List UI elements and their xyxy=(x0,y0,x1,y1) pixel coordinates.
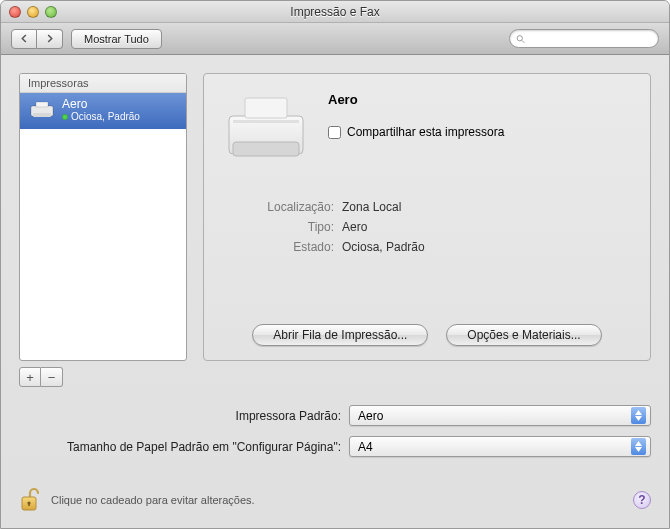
nav-segment xyxy=(11,29,63,49)
help-button[interactable]: ? xyxy=(633,491,651,509)
printer-illustration xyxy=(222,88,310,168)
popup-arrows-icon xyxy=(631,407,646,424)
printers-list: Impressoras Aero Ociosa, Padrão xyxy=(19,73,187,361)
defaults-section: Impressora Padrão: Aero Tamanho de Papel… xyxy=(19,405,651,457)
sidebar-column: Impressoras Aero Ociosa, Padrão xyxy=(19,73,187,387)
search-field[interactable] xyxy=(509,29,659,48)
meta-type-key: Tipo: xyxy=(234,220,334,234)
default-printer-label: Impressora Padrão: xyxy=(19,409,349,423)
show-all-button[interactable]: Mostrar Tudo xyxy=(71,29,162,49)
options-supplies-button[interactable]: Opções e Materiais... xyxy=(446,324,601,346)
meta-location-value: Zona Local xyxy=(342,200,401,214)
content-area: Impressoras Aero Ociosa, Padrão xyxy=(1,55,669,528)
zoom-icon[interactable] xyxy=(45,6,57,18)
printer-row-aero[interactable]: Aero Ociosa, Padrão xyxy=(20,93,186,129)
share-printer-label: Compartilhar esta impressora xyxy=(347,125,504,139)
popup-arrows-icon xyxy=(631,438,646,455)
svg-rect-11 xyxy=(28,503,30,506)
lock-hint-text: Clique no cadeado para evitar alterações… xyxy=(51,494,255,506)
meta-state-key: Estado: xyxy=(234,240,334,254)
svg-rect-8 xyxy=(233,120,299,123)
meta-state-value: Ociosa, Padrão xyxy=(342,240,425,254)
lock-button[interactable] xyxy=(19,486,43,514)
printer-name-heading: Aero xyxy=(328,92,632,107)
preferences-window: Impressão e Fax Mostrar Tudo Impressoras xyxy=(0,0,670,529)
status-dot-icon xyxy=(62,114,68,120)
printer-row-text: Aero Ociosa, Padrão xyxy=(62,97,140,123)
paper-size-popup[interactable]: A4 xyxy=(349,436,651,457)
printer-row-status: Ociosa, Padrão xyxy=(62,111,140,123)
printer-meta: Localização: Zona Local Tipo: Aero Estad… xyxy=(234,200,632,254)
svg-rect-4 xyxy=(33,113,51,117)
chevron-right-icon xyxy=(45,34,54,43)
forward-button[interactable] xyxy=(37,29,63,49)
svg-rect-7 xyxy=(233,142,299,156)
printer-row-status-text: Ociosa, Padrão xyxy=(71,111,140,123)
search-icon xyxy=(516,34,525,44)
close-icon[interactable] xyxy=(9,6,21,18)
search-input[interactable] xyxy=(529,33,652,45)
unlocked-padlock-icon xyxy=(20,487,42,513)
add-printer-button[interactable]: + xyxy=(19,367,41,387)
meta-location-key: Localização: xyxy=(234,200,334,214)
paper-size-value: A4 xyxy=(358,440,373,454)
window-title: Impressão e Fax xyxy=(1,5,669,19)
default-printer-popup[interactable]: Aero xyxy=(349,405,651,426)
svg-rect-3 xyxy=(36,102,48,107)
back-button[interactable] xyxy=(11,29,37,49)
titlebar: Impressão e Fax xyxy=(1,1,669,23)
footer: Clique no cadeado para evitar alterações… xyxy=(19,486,651,514)
traffic-lights xyxy=(9,6,57,18)
open-print-queue-button[interactable]: Abrir Fila de Impressão... xyxy=(252,324,428,346)
share-printer-checkbox[interactable] xyxy=(328,126,341,139)
remove-printer-button[interactable]: − xyxy=(41,367,63,387)
printer-row-name: Aero xyxy=(62,97,140,111)
paper-size-label: Tamanho de Papel Padrão em "Configurar P… xyxy=(19,440,349,454)
share-printer-row[interactable]: Compartilhar esta impressora xyxy=(328,125,632,139)
chevron-left-icon xyxy=(20,34,29,43)
sidebar-header: Impressoras xyxy=(20,74,186,93)
svg-point-0 xyxy=(517,35,522,40)
printer-icon xyxy=(28,99,56,121)
minimize-icon[interactable] xyxy=(27,6,39,18)
svg-rect-6 xyxy=(245,98,287,118)
details-panel: Aero Compartilhar esta impressora Locali… xyxy=(203,73,651,361)
add-remove-segment: + − xyxy=(19,367,187,387)
meta-type-value: Aero xyxy=(342,220,367,234)
default-printer-value: Aero xyxy=(358,409,383,423)
svg-line-1 xyxy=(522,40,524,42)
toolbar: Mostrar Tudo xyxy=(1,23,669,55)
